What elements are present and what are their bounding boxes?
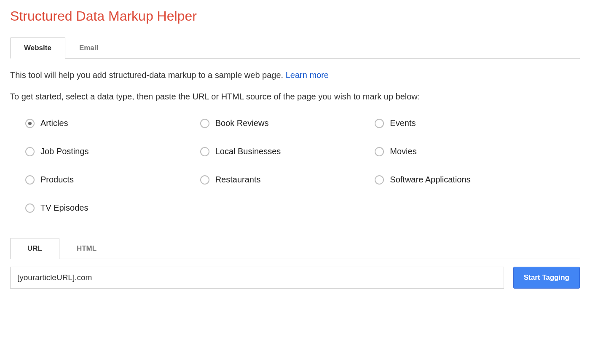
- radio-label: TV Episodes: [40, 203, 88, 213]
- data-type-grid: Articles Book Reviews Events Job Posting…: [10, 118, 541, 213]
- url-input[interactable]: [10, 267, 504, 289]
- radio-label: Movies: [390, 147, 416, 156]
- source-tabs: Website Email: [10, 37, 580, 59]
- radio-icon: [375, 175, 384, 185]
- radio-label: Articles: [40, 118, 68, 128]
- radio-icon: [25, 119, 35, 128]
- tab-website[interactable]: Website: [10, 37, 65, 59]
- page-title: Structured Data Markup Helper: [10, 8, 580, 24]
- radio-local-businesses[interactable]: Local Businesses: [200, 147, 367, 156]
- radio-icon: [25, 147, 35, 156]
- radio-icon: [375, 147, 384, 156]
- radio-icon: [200, 147, 209, 156]
- radio-book-reviews[interactable]: Book Reviews: [200, 118, 367, 128]
- radio-movies[interactable]: Movies: [375, 147, 541, 156]
- radio-label: Products: [40, 175, 74, 185]
- radio-icon: [25, 175, 35, 185]
- radio-icon: [200, 175, 209, 185]
- radio-events[interactable]: Events: [375, 118, 541, 128]
- start-tagging-button[interactable]: Start Tagging: [513, 267, 580, 289]
- tab-email[interactable]: Email: [65, 37, 112, 58]
- radio-icon: [375, 119, 384, 128]
- radio-articles[interactable]: Articles: [25, 118, 192, 128]
- url-row: Start Tagging: [10, 267, 580, 289]
- tab-html[interactable]: HTML: [59, 238, 114, 259]
- radio-label: Job Postings: [40, 147, 89, 156]
- intro-text-content: This tool will help you add structured-d…: [10, 70, 286, 80]
- radio-restaurants[interactable]: Restaurants: [200, 175, 367, 185]
- radio-icon: [25, 203, 35, 213]
- radio-products[interactable]: Products: [25, 175, 192, 185]
- input-tabs: URL HTML: [10, 238, 580, 259]
- tab-url[interactable]: URL: [10, 238, 59, 259]
- radio-icon: [200, 119, 209, 128]
- radio-label: Software Applications: [390, 175, 470, 185]
- radio-label: Local Businesses: [215, 147, 281, 156]
- intro-text: This tool will help you add structured-d…: [10, 70, 580, 80]
- radio-label: Events: [390, 118, 416, 128]
- learn-more-link[interactable]: Learn more: [286, 70, 329, 80]
- radio-label: Book Reviews: [215, 118, 269, 128]
- radio-job-postings[interactable]: Job Postings: [25, 147, 192, 156]
- radio-label: Restaurants: [215, 175, 261, 185]
- radio-software-applications[interactable]: Software Applications: [375, 175, 541, 185]
- radio-tv-episodes[interactable]: TV Episodes: [25, 203, 192, 213]
- instructions-text: To get started, select a data type, then…: [10, 92, 580, 102]
